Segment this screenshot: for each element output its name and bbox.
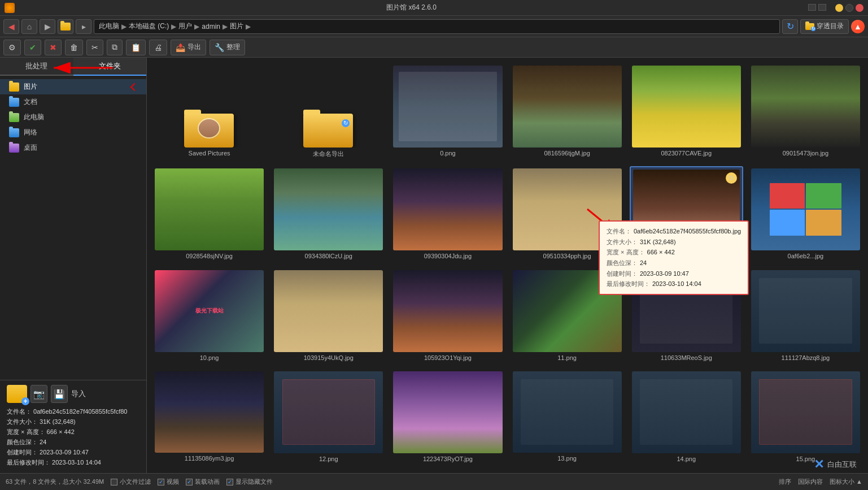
penetrate-label: 穿透目录 (817, 21, 844, 31)
export-button[interactable]: 📤 导出 (171, 40, 206, 55)
thumb-15png[interactable]: 15.png (749, 369, 862, 465)
thumb-0png-label: 0.png (393, 150, 502, 157)
thumb-0928548[interactable]: 0928548sjNV.jpg (152, 166, 266, 262)
tab-folder[interactable]: 文件夹 (73, 58, 147, 76)
tab-batch[interactable]: 批处理 (0, 58, 73, 76)
thumb-09390304-img (393, 168, 502, 250)
cut-button[interactable]: ✂ (86, 40, 103, 55)
status-file-count: 63 文件，8 文件夹，总大小 32.49M (6, 478, 104, 486)
back-button[interactable]: ◀ (3, 19, 19, 34)
thumb-110633-label: 110633MReoS.jpg (632, 354, 741, 361)
thumb-14png[interactable]: 14.png (630, 369, 743, 465)
orange-action-button[interactable]: ▲ (851, 20, 865, 33)
address-admin: admin (202, 23, 220, 31)
organize-button[interactable]: 🔧 整理 (210, 40, 245, 55)
file-info-size: 文件大小： 31K (32,648) (7, 418, 139, 426)
tooltip-size-label: 文件大小： (607, 237, 638, 248)
status-international[interactable]: 国际内容 (798, 478, 823, 486)
minimize-button[interactable] (835, 4, 843, 12)
close-button[interactable] (856, 4, 863, 12)
copy-button[interactable]: ⧉ (107, 40, 123, 55)
thumb-103915[interactable]: 103915y4UkQ.jpg (272, 268, 385, 363)
thumb-0af6eb2b[interactable]: 0af6eb2...jpg (749, 166, 862, 262)
thumb-12png[interactable]: 12.png (272, 369, 385, 465)
address-pictures: 图片 (230, 21, 243, 31)
small-files-checkbox[interactable] (111, 479, 117, 485)
thumb-111127[interactable]: 111127Abzq8.jpg (749, 268, 862, 363)
thumb-0934380-label: 0934380lCzU.jpg (274, 253, 383, 259)
dimensions-label: 宽度 × 高度： (7, 428, 45, 435)
status-video[interactable]: 视频 (158, 478, 179, 486)
win8-tiles (767, 181, 844, 238)
window-btn-extra2[interactable] (818, 4, 826, 11)
sep3: ▶ (194, 23, 199, 31)
thumb-13png[interactable]: 13.png (511, 369, 624, 465)
status-hidden[interactable]: 显示隐藏文件 (226, 478, 273, 486)
copy-icon: ⧉ (112, 42, 117, 52)
thumb-09015473-img (751, 66, 860, 148)
path-button[interactable]: ▸ (76, 19, 91, 34)
animation-checkbox[interactable] (186, 479, 193, 485)
thumb-09390304[interactable]: 09390304Jdu.jpg (391, 166, 504, 262)
home-button[interactable]: ⌂ (21, 19, 37, 34)
thumb-105923[interactable]: 105923O1Yqi.jpg (391, 268, 504, 363)
import-btn-3[interactable]: 💾 (51, 385, 68, 403)
tooltip-depth-label: 颜色位深： (607, 258, 638, 268)
thumb-10png[interactable]: 极光下载站 10.png (152, 268, 266, 363)
import-btn-2[interactable]: 📷 (30, 385, 47, 403)
sidebar-item-computer[interactable]: 此电脑 (0, 110, 146, 125)
thumb-12png-label: 12.png (274, 456, 383, 462)
thumb-09015473[interactable]: 09015473jon.jpg (749, 63, 862, 161)
thumb-0816596-label: 0816596tjgM.jpg (513, 150, 622, 157)
thumb-103915-label: 103915y4UkQ.jpg (274, 354, 383, 361)
toolbar-actions: ⚙ ✔ ✖ 🗑 ✂ ⧉ 📋 🖨 📤 导出 🔧 整理 (0, 37, 868, 58)
filename-label: 文件名： (7, 408, 32, 415)
documents-folder-icon (9, 98, 19, 107)
thumb-unnamed-export[interactable]: ↻ 未命名导出 (272, 63, 385, 161)
sidebar-item-documents[interactable]: 文档 (0, 94, 146, 110)
penetrate-button[interactable]: ↻ 穿透目录 (800, 19, 849, 34)
tooltip-modified-value: 2023-03-10 14:04 (652, 279, 701, 289)
import-button[interactable] (7, 385, 27, 403)
thumb-0png[interactable]: 0.png (391, 63, 504, 161)
folder-nav-button[interactable] (58, 19, 73, 34)
filename-value: 0af6eb24c5182e7f405855fc5fcf80 (33, 408, 127, 415)
address-bar[interactable]: 此电脑 ▶ 本地磁盘 (C:) ▶ 用户 ▶ admin ▶ 图片 ▶ (94, 19, 780, 34)
refresh-button[interactable]: ↻ (782, 19, 798, 34)
uncheck-button[interactable]: ✖ (45, 40, 62, 55)
watermark: ✕ 白由互联 (814, 457, 857, 472)
print-button[interactable]: 🖨 (149, 40, 167, 55)
modified-label: 最后修改时间： (7, 459, 50, 466)
paste-button[interactable]: 📋 (126, 40, 146, 55)
thumb-1223473[interactable]: 1223473RyOT.jpg (391, 369, 504, 465)
sidebar-item-network[interactable]: 网络 (0, 125, 146, 140)
thumb-0823077[interactable]: 0823077CAVE.jpg (630, 63, 743, 161)
maximize-button[interactable] (845, 4, 853, 12)
created-label: 创建时间： (7, 449, 38, 456)
window-btn-extra1[interactable] (808, 4, 816, 11)
red-arrow-indicator (130, 83, 138, 90)
sep5: ▶ (246, 23, 251, 31)
sidebar-item-desktop[interactable]: 桌面 (0, 140, 146, 155)
thumb-11135086[interactable]: 11135086ym3.jpg (152, 369, 266, 465)
video-checkbox[interactable] (158, 479, 164, 485)
depth-label: 颜色位深： (7, 439, 38, 445)
delete-button[interactable]: 🗑 (65, 40, 83, 55)
settings-button[interactable]: ⚙ (3, 40, 21, 55)
status-animation[interactable]: 装载动画 (186, 478, 220, 486)
check-all-button[interactable]: ✔ (24, 40, 41, 55)
unnamed-export-folder: ↻ (303, 108, 354, 148)
network-folder-icon (9, 128, 19, 137)
status-small-files[interactable]: 小文件过滤 (111, 478, 151, 486)
tooltip-created-row: 创建时间： 2023-03-09 10:47 (607, 268, 741, 279)
status-sort[interactable]: 排序 (779, 478, 791, 486)
forward-button[interactable]: ▶ (40, 19, 55, 34)
tab-folder-label: 文件夹 (99, 61, 121, 71)
thumb-saved-pictures[interactable]: Saved Pictures (152, 63, 266, 161)
thumb-0816596[interactable]: 0816596tjgM.jpg (511, 63, 624, 161)
status-icon-size[interactable]: 图标大小 ▲ (830, 478, 862, 486)
thumb-0934380[interactable]: 0934380lCzU.jpg (272, 166, 385, 262)
app-title: 图片馆 x64 2.6.0 (15, 3, 808, 12)
sidebar-item-pictures[interactable]: 图片 (0, 79, 146, 94)
hidden-checkbox[interactable] (226, 479, 233, 485)
